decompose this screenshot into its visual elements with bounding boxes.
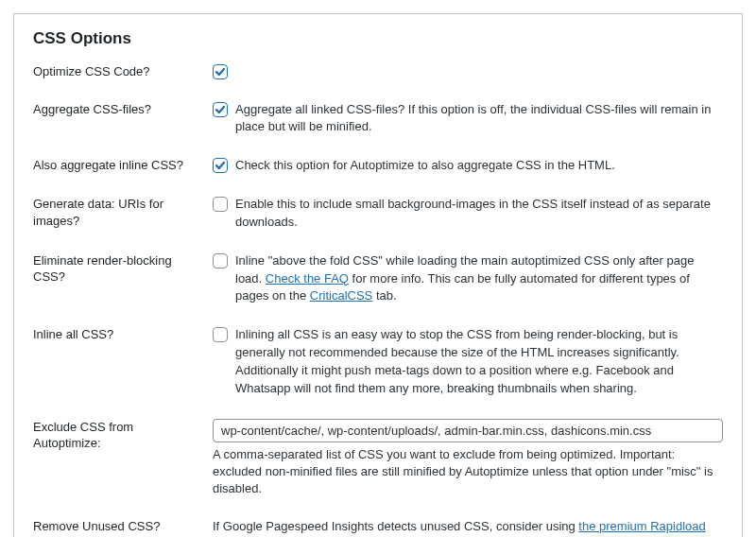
- row-aggregate-css: Aggregate CSS-files? Aggregate all linke…: [33, 101, 723, 137]
- label-aggregate-inline: Also aggregate inline CSS?: [33, 157, 213, 174]
- label-render-blocking: Eliminate render-blocking CSS?: [33, 252, 213, 286]
- input-exclude-css[interactable]: [213, 419, 723, 442]
- checkbox-optimize-css[interactable]: [213, 64, 228, 79]
- row-data-uris: Generate data: URIs for images? Enable t…: [33, 196, 723, 232]
- label-remove-unused: Remove Unused CSS?: [33, 518, 213, 535]
- desc-remove-unused: If Google Pagespeed Insights detects unu…: [213, 518, 723, 537]
- check-icon: [215, 160, 226, 171]
- row-optimize-css: Optimize CSS Code?: [33, 63, 723, 80]
- link-check-faq[interactable]: Check the FAQ: [266, 271, 349, 286]
- desc-render-blocking: Inline "above the fold CSS" while loadin…: [235, 252, 723, 306]
- help-exclude-css: A comma-separated list of CSS you want t…: [213, 446, 723, 498]
- row-inline-all: Inline all CSS? Inlining all CSS is an e…: [33, 326, 723, 397]
- label-exclude-css: Exclude CSS from Autoptimize:: [33, 419, 213, 452]
- text-segment: If Google Pagespeed Insights detects unu…: [213, 519, 578, 533]
- row-aggregate-inline: Also aggregate inline CSS? Check this op…: [33, 157, 723, 175]
- link-critical-css[interactable]: CriticalCSS: [310, 288, 372, 303]
- desc-data-uris: Enable this to include small background-…: [235, 196, 723, 232]
- check-icon: [215, 104, 226, 115]
- checkbox-render-blocking[interactable]: [213, 253, 228, 268]
- row-remove-unused: Remove Unused CSS? If Google Pagespeed I…: [33, 518, 723, 537]
- checkbox-data-uris[interactable]: [213, 197, 228, 212]
- desc-inline-all: Inlining all CSS is an easy way to stop …: [235, 326, 723, 397]
- checkbox-aggregate-css[interactable]: [213, 102, 228, 117]
- label-data-uris: Generate data: URIs for images?: [33, 196, 213, 229]
- text-segment: tab.: [372, 288, 396, 303]
- checkbox-inline-all[interactable]: [213, 327, 228, 342]
- check-icon: [215, 66, 226, 78]
- row-exclude-css: Exclude CSS from Autoptimize: A comma-se…: [33, 419, 723, 498]
- panel-title: CSS Options: [33, 29, 723, 48]
- desc-aggregate-inline: Check this option for Autoptimize to als…: [235, 157, 615, 175]
- label-aggregate-css: Aggregate CSS-files?: [33, 101, 213, 118]
- label-inline-all: Inline all CSS?: [33, 326, 213, 343]
- checkbox-aggregate-inline[interactable]: [213, 158, 228, 173]
- css-options-panel: CSS Options Optimize CSS Code? Aggregate…: [13, 13, 743, 537]
- row-render-blocking: Eliminate render-blocking CSS? Inline "a…: [33, 252, 723, 306]
- desc-aggregate-css: Aggregate all linked CSS-files? If this …: [235, 101, 723, 137]
- label-optimize-css: Optimize CSS Code?: [33, 63, 213, 80]
